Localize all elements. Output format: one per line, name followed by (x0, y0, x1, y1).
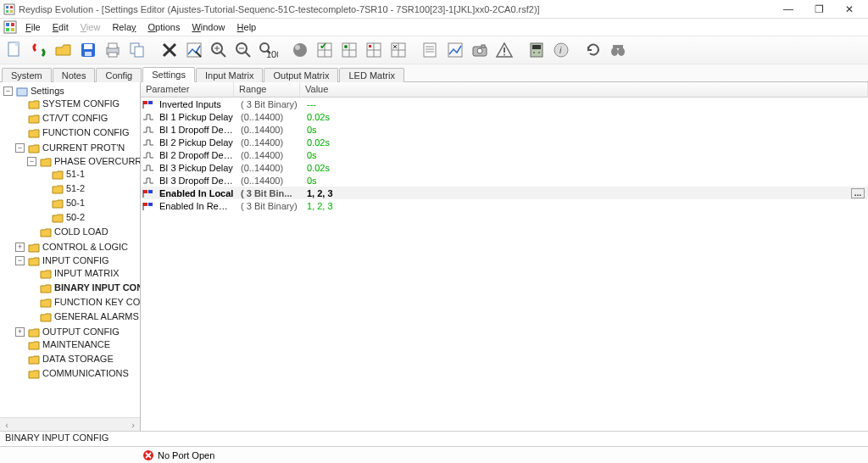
tree-input-matrix[interactable]: INPUT MATRIX (27, 267, 123, 280)
menu-file[interactable]: File (20, 21, 46, 33)
relay-connect-button[interactable] (28, 39, 50, 61)
chart-button[interactable] (444, 39, 466, 61)
tree-50-2[interactable]: 50-2 (39, 211, 88, 224)
cell-range: (0..14400) (237, 137, 303, 148)
delete-button[interactable] (159, 39, 181, 61)
print-button[interactable] (102, 39, 124, 61)
tab-config[interactable]: Config (96, 68, 142, 82)
save-button[interactable] (77, 39, 99, 61)
grid-row[interactable]: BI 3 Pickup Delay(0..14400)0.02s (141, 161, 868, 174)
svg-rect-3 (6, 10, 8, 13)
menu-relay[interactable]: Relay (107, 21, 141, 33)
menu-edit[interactable]: Edit (47, 21, 74, 33)
cell-range: ( 3 Bit Binary) (237, 99, 303, 109)
info-button[interactable]: i (550, 39, 572, 61)
sphere-button[interactable] (289, 39, 311, 61)
binoculars-button[interactable] (607, 39, 629, 61)
grid-row[interactable]: BI 1 Pickup Delay(0..14400)0.02s (141, 110, 868, 123)
status-text: No Port Open (158, 450, 214, 460)
zoom-100-button[interactable]: 100 (257, 39, 279, 61)
grid-row[interactable]: BI 1 Dropoff Delay(0..14400)0s (141, 123, 868, 136)
tree-general-alarms[interactable]: GENERAL ALARMS (27, 310, 141, 323)
tab-led-matrix[interactable]: LED Matrix (339, 68, 403, 82)
grid-row[interactable]: Inverted Inputs( 3 Bit Binary)--- (141, 98, 868, 110)
tree-current-protn[interactable]: −CURRENT PROT'N (15, 142, 128, 154)
cell-parameter: BI 1 Pickup Delay (156, 112, 237, 122)
svg-rect-4 (10, 10, 13, 13)
tree-data-storage[interactable]: DATA STORAGE (15, 353, 117, 365)
svg-rect-71 (143, 190, 147, 193)
grid-row[interactable]: BI 2 Pickup Delay(0..14400)0.02s (141, 136, 868, 148)
svg-point-60 (533, 52, 535, 53)
cell-parameter: BI 2 Dropoff Delay (156, 150, 237, 160)
cell-range: ( 3 Bit Bin... (237, 188, 303, 198)
tree-output-config[interactable]: +OUTPUT CONFIG (15, 326, 123, 338)
tree-input-config[interactable]: −INPUT CONFIG (15, 254, 113, 267)
col-range[interactable]: Range (234, 82, 300, 97)
menu-window[interactable]: Window (186, 21, 230, 33)
edit-ellipsis-button[interactable]: … (851, 188, 865, 198)
settings-tree[interactable]: −Settings SYSTEM CONFIG CT/VT CONFIG FUN… (0, 82, 141, 431)
chart-select-button[interactable] (183, 39, 205, 61)
device-button[interactable] (526, 39, 548, 61)
tree-ctvt-config[interactable]: CT/VT CONFIG (15, 112, 111, 125)
tab-output-matrix[interactable]: Output Matrix (264, 68, 338, 82)
warning-button[interactable] (493, 39, 515, 61)
svg-rect-2 (10, 6, 13, 8)
cell-value: 1, 2, 3 (303, 201, 337, 211)
svg-rect-59 (532, 45, 541, 49)
tree-binary-input-config[interactable]: BINARY INPUT CONFIG (27, 282, 141, 294)
tree-phase-overcurrent[interactable]: −PHASE OVERCURRENT (27, 155, 141, 168)
grid1-button[interactable]: ✔ (314, 39, 336, 61)
tab-settings[interactable]: Settings (142, 67, 195, 82)
tree-function-key-config[interactable]: FUNCTION KEY CONFIG (27, 296, 141, 309)
minimize-button[interactable]: — (773, 1, 804, 18)
svg-rect-14 (85, 52, 92, 56)
svg-rect-66 (613, 45, 623, 48)
tree-communications[interactable]: COMMUNICATIONS (15, 367, 132, 380)
svg-rect-74 (143, 203, 147, 206)
tree-root[interactable]: −Settings (3, 85, 68, 98)
camera-button[interactable] (469, 39, 491, 61)
zoom-in-button[interactable] (208, 39, 230, 61)
grid-header: Parameter Range Value (141, 82, 868, 98)
grid-row[interactable]: Enabled In Remote( 3 Bit Binary)1, 2, 3 (141, 199, 868, 212)
tree-horizontal-scrollbar[interactable]: ‹› (0, 417, 140, 431)
tab-system[interactable]: System (2, 68, 52, 82)
copy-button[interactable] (126, 39, 148, 61)
tab-input-matrix[interactable]: Input Matrix (196, 68, 263, 82)
grid3-button[interactable] (363, 39, 385, 61)
zoom-out-button[interactable] (232, 39, 254, 61)
maximize-button[interactable]: ❐ (804, 1, 834, 18)
refresh-button[interactable] (582, 39, 604, 61)
svg-rect-72 (148, 190, 153, 193)
menu-help[interactable]: Help (232, 21, 262, 33)
tree-maintenance[interactable]: MAINTENANCE (15, 338, 114, 351)
menu-options[interactable]: Options (143, 21, 186, 33)
close-button[interactable]: ✕ (834, 1, 865, 18)
grid2-button[interactable] (338, 39, 360, 61)
tree-control-logic[interactable]: +CONTROL & LOGIC (15, 241, 131, 254)
tree-51-1[interactable]: 51-1 (39, 168, 88, 181)
col-parameter[interactable]: Parameter (141, 82, 234, 97)
list-button[interactable] (420, 39, 442, 61)
grid-row[interactable]: BI 2 Dropoff Delay(0..14400)0s (141, 148, 868, 161)
grid4-button[interactable] (387, 39, 409, 61)
new-doc-button[interactable] (3, 39, 25, 61)
svg-point-57 (504, 54, 505, 56)
grid-row[interactable]: BI 3 Dropoff Delay(0..14400)0s (141, 174, 868, 187)
menu-view[interactable]: View (75, 21, 106, 33)
svg-line-26 (245, 52, 250, 57)
col-value[interactable]: Value (300, 82, 868, 97)
svg-rect-1 (6, 6, 8, 8)
open-button[interactable] (53, 39, 75, 61)
tree-cold-load[interactable]: COLD LOAD (27, 226, 112, 238)
tab-notes[interactable]: Notes (53, 68, 96, 82)
tree-system-config[interactable]: SYSTEM CONFIG (15, 98, 123, 110)
grid-row[interactable]: Enabled In Local( 3 Bit Bin...1, 2, 3… (141, 187, 868, 199)
tree-50-1[interactable]: 50-1 (39, 197, 88, 209)
row-icon (142, 163, 154, 173)
tree-51-2[interactable]: 51-2 (39, 182, 88, 195)
tree-function-config[interactable]: FUNCTION CONFIG (15, 126, 133, 139)
toolbar: 100 ✔ i (0, 36, 868, 64)
